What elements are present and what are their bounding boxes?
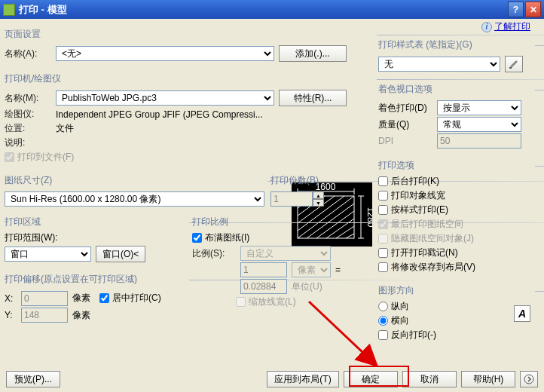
preview-button[interactable]: 预览(P)... bbox=[6, 371, 60, 387]
portrait-radio[interactable] bbox=[378, 302, 388, 311]
scale-lineweight-checkbox bbox=[236, 297, 246, 307]
svg-point-19 bbox=[524, 375, 533, 384]
help-button[interactable]: 帮助(H) bbox=[461, 371, 515, 387]
offset-y-unit: 像素 bbox=[72, 309, 90, 322]
quality-select[interactable]: 常规 bbox=[437, 117, 521, 132]
add-page-setup-button[interactable]: 添加(.)... bbox=[279, 45, 347, 62]
opt-save-layout-checkbox[interactable] bbox=[378, 262, 388, 272]
location-label: 位置: bbox=[5, 122, 51, 135]
print-options-group: 打印选项 后台打印(K) 打印对象线宽 按样式打印(E) 最后打印图纸空间 隐藏… bbox=[378, 153, 532, 275]
plot-style-title: 打印样式表 (笔指定)(G) bbox=[378, 38, 532, 51]
opt-save-layout-label: 将修改保存到布局(V) bbox=[391, 261, 475, 274]
apply-to-layout-button[interactable]: 应用到布局(T) bbox=[267, 371, 339, 387]
desc-label: 说明: bbox=[5, 136, 51, 149]
opt-last-ps-checkbox bbox=[378, 219, 388, 229]
copies-group: 打印份数(B) ▲ ▼ bbox=[270, 168, 374, 207]
page-setup-title: 页面设置 bbox=[5, 28, 374, 41]
print-to-file-checkbox bbox=[5, 152, 14, 162]
opt-hide-ps-checkbox bbox=[378, 234, 388, 243]
page-setup-group: 页面设置 名称(A): <无> 添加(.)... bbox=[5, 22, 374, 63]
plot-style-select[interactable]: 无 bbox=[378, 57, 500, 72]
opt-stamp-label: 打开打印戳记(N) bbox=[391, 247, 458, 259]
opt-bg-label: 后台打印(K) bbox=[391, 175, 439, 188]
paper-size-group: 图纸尺寸(Z) Sun Hi-Res (1600.00 x 1280.00 像素… bbox=[5, 168, 264, 207]
viewport-title: 着色视口选项 bbox=[378, 83, 532, 96]
opt-style-label: 按样式打印(E) bbox=[391, 204, 448, 216]
copies-up: ▲ bbox=[313, 191, 324, 199]
opt-lw-checkbox[interactable] bbox=[378, 191, 388, 201]
copies-title: 打印份数(B) bbox=[270, 174, 374, 187]
quality-label: 质量(Q) bbox=[378, 118, 432, 131]
opt-lw-label: 打印对象线宽 bbox=[391, 189, 445, 202]
offset-group: 打印偏移(原点设置在可打印区域) X: 像素 居中打印(C) Y: 像素 bbox=[5, 267, 186, 324]
shade-select[interactable]: 按显示 bbox=[437, 100, 521, 115]
opt-bg-checkbox[interactable] bbox=[378, 176, 388, 186]
dpi-label: DPI bbox=[378, 136, 432, 146]
printer-title: 打印机/绘图仪 bbox=[5, 72, 374, 85]
scale-title: 打印比例 bbox=[192, 216, 374, 228]
landscape-label: 横向 bbox=[391, 314, 409, 327]
printer-name-select[interactable]: PublishToWeb JPG.pc3 bbox=[56, 90, 274, 106]
close-button[interactable]: ✕ bbox=[525, 2, 541, 17]
ok-button[interactable]: 确定 bbox=[344, 371, 398, 387]
offset-title: 打印偏移(原点设置在可打印区域) bbox=[5, 273, 186, 286]
window-title: 打印 - 模型 bbox=[19, 3, 506, 17]
learn-print-link[interactable]: 了解打印 bbox=[494, 20, 530, 33]
paper-size-select[interactable]: Sun Hi-Res (1600.00 x 1280.00 像素) bbox=[5, 191, 264, 207]
offset-x-unit: 像素 bbox=[72, 292, 90, 305]
page-name-select[interactable]: <无> bbox=[56, 46, 274, 61]
printer-properties-button[interactable]: 特性(R)... bbox=[279, 90, 347, 106]
orientation-preview-icon: A bbox=[514, 305, 530, 322]
center-print-label: 居中打印(C) bbox=[112, 292, 161, 305]
paper-size-title: 图纸尺寸(Z) bbox=[5, 174, 264, 187]
copies-input bbox=[270, 191, 313, 207]
printer-name-label: 名称(M): bbox=[5, 92, 51, 105]
print-area-title: 打印区域 bbox=[5, 216, 186, 228]
footer: 预览(P)... 应用到布局(T) 确定 取消 帮助(H) bbox=[0, 368, 544, 390]
landscape-radio[interactable] bbox=[378, 316, 388, 326]
plotter-label: 绘图仪: bbox=[5, 108, 51, 121]
print-options-title: 打印选项 bbox=[378, 159, 532, 172]
center-print-checkbox[interactable] bbox=[99, 293, 109, 303]
printer-group: 打印机/绘图仪 名称(M): PublishToWeb JPG.pc3 特性(R… bbox=[5, 66, 374, 165]
help-titlebar-button[interactable]: ? bbox=[508, 2, 524, 17]
opt-last-ps-label: 最后打印图纸空间 bbox=[391, 218, 463, 231]
offset-x-label: X: bbox=[5, 293, 17, 304]
scale-equals: = bbox=[335, 265, 341, 275]
reverse-checkbox[interactable] bbox=[378, 330, 388, 340]
scale-num-input bbox=[240, 262, 287, 277]
print-area-group: 打印区域 打印范围(W): 窗口 窗口(O)< bbox=[5, 210, 186, 264]
print-scope-select[interactable]: 窗口 bbox=[5, 247, 91, 262]
window-pick-button[interactable]: 窗口(O)< bbox=[96, 246, 145, 262]
opt-style-checkbox[interactable] bbox=[378, 205, 388, 215]
plot-style-edit-button[interactable] bbox=[505, 56, 523, 72]
scale-select: 自定义 bbox=[240, 246, 331, 261]
portrait-label: 纵向 bbox=[391, 300, 409, 313]
plotter-value: Independent JPEG Group JFIF (JPEG Compre… bbox=[56, 109, 263, 120]
scale-num-unit-select: 像素 bbox=[292, 262, 331, 277]
opt-hide-ps-label: 隐藏图纸空间对象(J) bbox=[391, 232, 474, 245]
expand-panel-button[interactable] bbox=[520, 371, 538, 387]
cancel-button[interactable]: 取消 bbox=[402, 371, 457, 387]
copies-spinner: ▲ ▼ bbox=[270, 191, 374, 207]
print-scope-label: 打印范围(W): bbox=[5, 232, 58, 243]
page-name-label: 名称(A): bbox=[5, 47, 51, 60]
titlebar: 打印 - 模型 ? ✕ bbox=[0, 0, 544, 19]
viewport-group: 着色视口选项 着色打印(D) 按显示 质量(Q) 常规 DPI bbox=[378, 77, 532, 150]
plot-style-group: 打印样式表 (笔指定)(G) 无 bbox=[378, 32, 532, 74]
dpi-input bbox=[437, 133, 521, 149]
fit-to-paper-label: 布满图纸(I) bbox=[205, 231, 249, 244]
orientation-title: 图形方向 bbox=[378, 284, 532, 297]
fit-to-paper-checkbox[interactable] bbox=[192, 233, 202, 243]
info-icon: i bbox=[481, 22, 492, 32]
print-to-file-label: 打印到文件(F) bbox=[17, 151, 74, 164]
opt-stamp-checkbox[interactable] bbox=[378, 248, 388, 258]
shade-label: 着色打印(D) bbox=[378, 102, 432, 115]
help-link-row: i 了解打印 bbox=[481, 20, 530, 33]
scale-den-unit: 单位(U) bbox=[292, 280, 322, 293]
orientation-group: 图形方向 纵向 横向 反向打印(-) A bbox=[378, 278, 532, 343]
scale-lineweight-label: 缩放线宽(L) bbox=[249, 296, 296, 308]
scale-label: 比例(S): bbox=[192, 247, 236, 260]
scale-group: 打印比例 布满图纸(I) 比例(S): 自定义 像素 bbox=[192, 210, 374, 310]
reverse-label: 反向打印(-) bbox=[391, 329, 436, 341]
